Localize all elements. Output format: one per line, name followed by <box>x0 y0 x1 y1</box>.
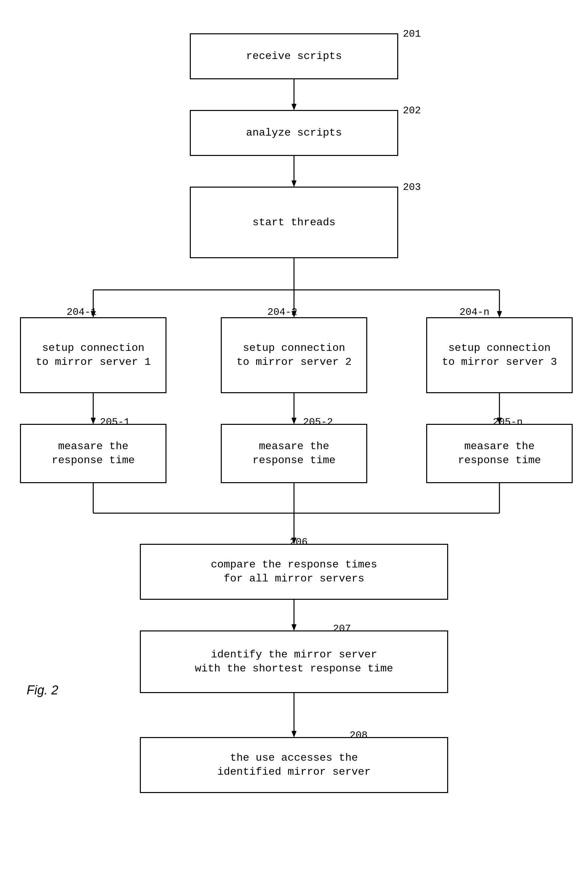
flowchart: receive scripts 201 analyze scripts 202 … <box>0 0 588 886</box>
svg-marker-3 <box>292 181 296 187</box>
box-205-2-label: measare theresponse time <box>252 439 336 467</box>
ref-205-n: 205-n <box>493 417 523 428</box>
box-204-n-label: setup connectionto mirror server 3 <box>442 341 557 369</box>
ref-205-1: 205-1 <box>100 417 130 428</box>
ref-205-2: 205-2 <box>303 417 333 428</box>
box-205-2: measare theresponse time <box>221 424 367 483</box>
figure-label: Fig. 2 <box>27 683 58 697</box>
box-204-2-label: setup connectionto mirror server 2 <box>236 341 352 369</box>
box-205-n: measare theresponse time <box>426 424 573 483</box>
ref-207: 207 <box>333 623 351 635</box>
box-203: start threads <box>190 187 398 258</box>
box-205-1: measare theresponse time <box>20 424 166 483</box>
box-203-label: start threads <box>252 215 336 230</box>
box-206-label: compare the response timesfor all mirror… <box>211 558 377 585</box>
box-208-label: the use accesses theidentified mirror se… <box>218 751 371 779</box>
box-204-n: setup connectionto mirror server 3 <box>426 317 573 393</box>
box-201: receive scripts <box>190 33 398 79</box>
ref-204-1: 204-1 <box>67 307 96 318</box>
diagram-container: receive scripts 201 analyze scripts 202 … <box>0 0 588 886</box>
box-204-1-label: setup connectionto mirror server 1 <box>36 341 151 369</box>
ref-201: 201 <box>403 28 421 40</box>
svg-marker-11 <box>497 311 502 317</box>
svg-marker-27 <box>292 731 296 737</box>
ref-202: 202 <box>403 105 421 116</box>
box-204-1: setup connectionto mirror server 1 <box>20 317 166 393</box>
box-208: the use accesses theidentified mirror se… <box>140 737 448 793</box>
box-207-label: identify the mirror serverwith the short… <box>195 648 393 675</box>
ref-204-2: 204-2 <box>267 307 297 318</box>
box-201-label: receive scripts <box>246 49 342 63</box>
box-204-2: setup connectionto mirror server 2 <box>221 317 367 393</box>
box-206: compare the response timesfor all mirror… <box>140 544 448 600</box>
box-205-n-label: measare theresponse time <box>458 439 541 467</box>
svg-marker-25 <box>292 624 296 630</box>
ref-208: 208 <box>350 730 368 741</box>
box-202: analyze scripts <box>190 110 398 156</box>
ref-204-n: 204-n <box>459 307 489 318</box>
box-207: identify the mirror serverwith the short… <box>140 630 448 693</box>
svg-marker-15 <box>292 418 296 424</box>
box-205-1-label: measare theresponse time <box>52 439 135 467</box>
svg-marker-1 <box>292 104 296 110</box>
ref-206: 206 <box>290 537 308 548</box>
ref-203: 203 <box>403 182 421 193</box>
box-202-label: analyze scripts <box>246 126 342 140</box>
svg-marker-13 <box>91 418 96 424</box>
